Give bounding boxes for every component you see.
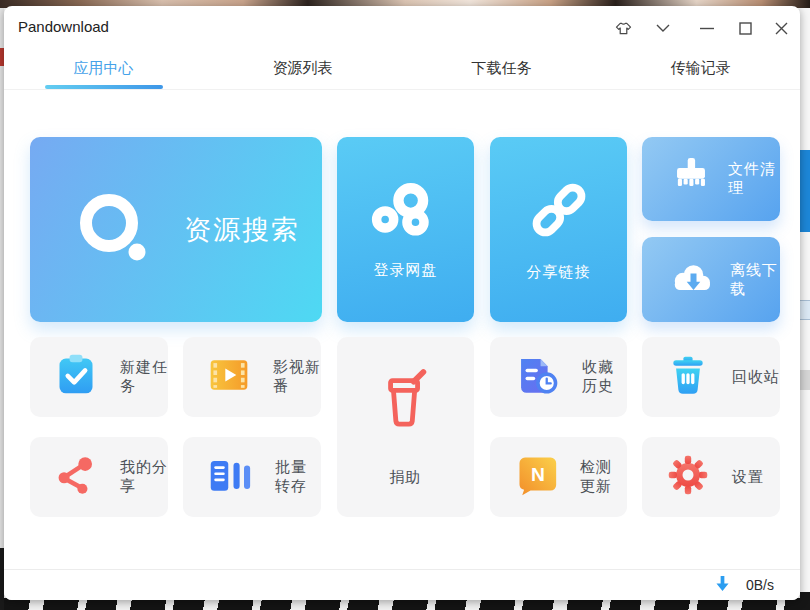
close-icon[interactable] bbox=[772, 19, 790, 37]
tile-label: 收藏历史 bbox=[582, 358, 627, 396]
tile-donate[interactable]: 捐助 bbox=[337, 337, 474, 517]
status-bar: 0B/s bbox=[4, 569, 800, 600]
window-title: Pandownload bbox=[18, 6, 109, 48]
background-window-sliver bbox=[800, 8, 810, 610]
tile-new-movies[interactable]: 影视新番 bbox=[183, 337, 321, 417]
tile-offline-download[interactable]: 离线下载 bbox=[642, 237, 780, 322]
tab-label: 资源列表 bbox=[273, 59, 333, 78]
tab-label: 下载任务 bbox=[472, 59, 532, 78]
maximize-icon[interactable] bbox=[736, 19, 754, 37]
tile-label: 登录网盘 bbox=[374, 261, 438, 280]
tile-settings[interactable]: 设置 bbox=[642, 437, 780, 517]
drink-cup-icon bbox=[379, 368, 433, 434]
brush-icon bbox=[668, 154, 714, 204]
tile-label: 资源搜索 bbox=[184, 212, 300, 248]
gear-icon bbox=[666, 453, 710, 501]
tile-file-cleanup[interactable]: 文件清理 bbox=[642, 137, 780, 221]
film-play-icon bbox=[207, 353, 251, 401]
tile-check-update[interactable]: N 检测更新 bbox=[490, 437, 627, 517]
minimize-icon[interactable] bbox=[698, 19, 716, 37]
tab-app-center[interactable]: 应用中心 bbox=[4, 48, 203, 89]
batch-pages-icon bbox=[207, 454, 253, 500]
skin-icon[interactable] bbox=[614, 19, 632, 37]
titlebar: Pandownload bbox=[4, 6, 800, 48]
share-nodes-icon bbox=[54, 453, 98, 501]
tile-new-task[interactable]: 新建任务 bbox=[30, 337, 168, 417]
tab-bar: 应用中心 资源列表 下载任务 传输记录 bbox=[4, 48, 800, 90]
tile-label: 我的分享 bbox=[120, 458, 168, 496]
svg-text:N: N bbox=[531, 464, 545, 485]
chain-link-icon bbox=[526, 177, 592, 247]
tile-label: 检测更新 bbox=[580, 458, 627, 496]
tile-recycle-bin[interactable]: 回收站 bbox=[642, 337, 780, 417]
tile-label: 捐助 bbox=[390, 468, 422, 487]
download-speed: 0B/s bbox=[746, 577, 774, 593]
trash-icon bbox=[666, 353, 710, 401]
tile-label: 分享链接 bbox=[527, 263, 591, 282]
tile-label: 文件清理 bbox=[728, 160, 780, 198]
collapse-icon[interactable] bbox=[654, 19, 672, 37]
baidu-cloud-icon bbox=[370, 179, 442, 245]
tab-label: 传输记录 bbox=[671, 59, 731, 78]
tile-label: 设置 bbox=[732, 468, 764, 487]
tile-my-shares[interactable]: 我的分享 bbox=[30, 437, 168, 517]
tile-batch-transfer[interactable]: 批量转存 bbox=[183, 437, 321, 517]
tile-label: 回收站 bbox=[732, 368, 780, 387]
tile-resource-search[interactable]: 资源搜索 bbox=[30, 137, 322, 322]
document-clock-icon bbox=[514, 353, 560, 401]
app-window: Pandownload 应用中心 资源列表 下载任务 传输记录 bbox=[4, 6, 800, 600]
tile-label: 批量转存 bbox=[275, 458, 321, 496]
tile-label: 新建任务 bbox=[120, 358, 168, 396]
update-n-icon: N bbox=[514, 453, 558, 501]
tab-download-tasks[interactable]: 下载任务 bbox=[402, 48, 601, 89]
tile-login-netdisk[interactable]: 登录网盘 bbox=[337, 137, 474, 322]
screen: Pandownload 应用中心 资源列表 下载任务 传输记录 bbox=[0, 0, 810, 610]
cloud-download-icon bbox=[668, 258, 716, 302]
clipboard-check-icon bbox=[54, 353, 98, 401]
tile-share-link[interactable]: 分享链接 bbox=[490, 137, 627, 322]
search-ring-icon bbox=[76, 190, 152, 270]
tile-label: 影视新番 bbox=[273, 358, 321, 396]
tile-label: 离线下载 bbox=[730, 261, 780, 299]
tab-transfer-history[interactable]: 传输记录 bbox=[601, 48, 800, 89]
tab-label: 应用中心 bbox=[74, 59, 134, 78]
download-arrow-icon bbox=[716, 576, 729, 595]
tab-resource-list[interactable]: 资源列表 bbox=[203, 48, 402, 89]
tile-favorites-history[interactable]: 收藏历史 bbox=[490, 337, 627, 417]
